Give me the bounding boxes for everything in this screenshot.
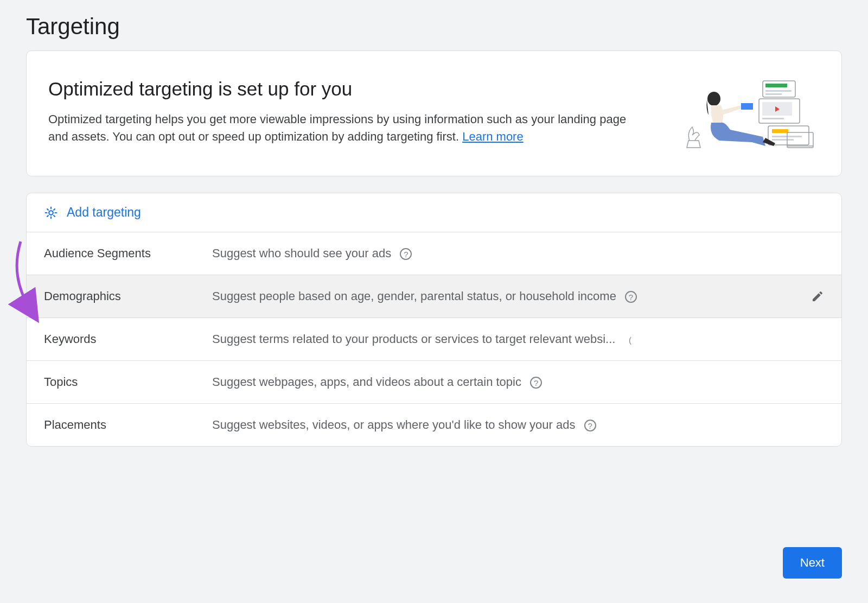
svg-rect-7 [762, 118, 784, 119]
row-label: Topics [44, 375, 212, 389]
row-desc: Suggest websites, videos, or apps where … [212, 418, 824, 432]
svg-point-16 [49, 211, 53, 215]
gear-icon [44, 206, 58, 220]
help-icon[interactable]: ? [625, 291, 637, 303]
row-desc: Suggest who should see your ads ? [212, 246, 824, 261]
svg-rect-9 [772, 129, 788, 133]
svg-rect-11 [772, 139, 794, 141]
card-text: Optimized targeting is set up for you Op… [48, 78, 634, 145]
page-title: Targeting [0, 0, 868, 50]
svg-point-12 [707, 92, 720, 106]
pencil-icon[interactable] [811, 290, 824, 303]
row-topics[interactable]: Topics Suggest webpages, apps, and video… [27, 361, 841, 404]
svg-rect-13 [741, 103, 753, 110]
targeting-options-list: Add targeting Audience Segments Suggest … [26, 193, 842, 447]
svg-rect-2 [765, 90, 792, 92]
card-title: Optimized targeting is set up for you [48, 78, 634, 100]
learn-more-link[interactable]: Learn more [462, 130, 524, 143]
svg-rect-8 [768, 126, 809, 145]
row-audience-segments[interactable]: Audience Segments Suggest who should see… [27, 232, 841, 275]
help-icon[interactable]: ? [530, 377, 542, 389]
row-label: Audience Segments [44, 246, 212, 261]
row-label: Keywords [44, 332, 212, 346]
optimized-targeting-card: Optimized targeting is set up for you Op… [26, 50, 842, 176]
add-targeting-label: Add targeting [67, 205, 141, 220]
row-label: Placements [44, 418, 212, 432]
add-targeting-row[interactable]: Add targeting [27, 193, 841, 232]
targeting-illustration [679, 78, 820, 149]
row-demographics[interactable]: Demographics Suggest people based on age… [27, 275, 841, 318]
row-desc: Suggest people based on age, gender, par… [212, 289, 806, 303]
row-placements[interactable]: Placements Suggest websites, videos, or … [27, 404, 841, 446]
row-keywords[interactable]: Keywords Suggest terms related to your p… [27, 318, 841, 361]
help-icon[interactable]: ? [584, 420, 596, 431]
svg-rect-1 [765, 84, 787, 87]
svg-rect-3 [765, 93, 782, 95]
next-button[interactable]: Next [783, 547, 842, 579]
row-label: Demographics [44, 289, 212, 303]
card-description: Optimized targeting helps you get more v… [48, 111, 634, 145]
row-desc: Suggest terms related to your products o… [212, 332, 824, 346]
row-desc: Suggest webpages, apps, and videos about… [212, 375, 824, 389]
card-description-text: Optimized targeting helps you get more v… [48, 112, 626, 143]
help-icon[interactable]: ( [624, 334, 636, 346]
help-icon[interactable]: ? [400, 248, 412, 260]
